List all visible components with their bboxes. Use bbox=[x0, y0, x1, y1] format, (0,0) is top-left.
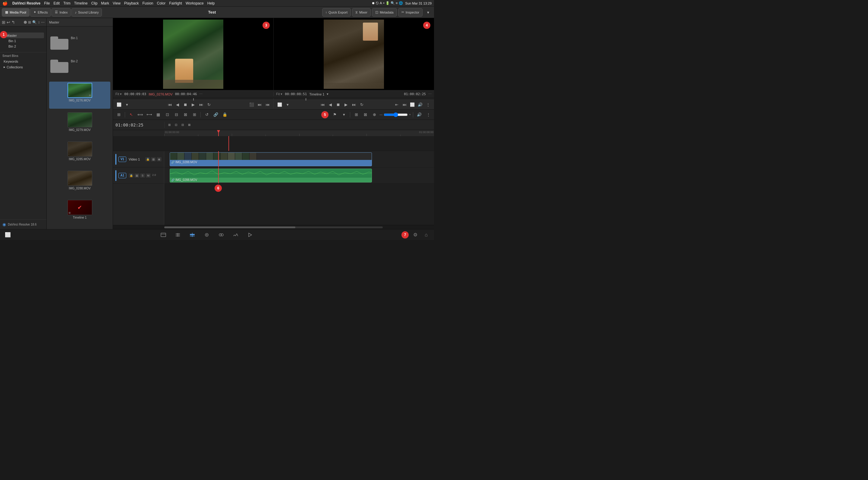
select-tool-btn[interactable]: ↖ bbox=[127, 111, 135, 118]
keywords-item[interactable]: Keywords bbox=[2, 59, 44, 64]
zoom-slider[interactable] bbox=[384, 112, 408, 117]
media-item-0285[interactable]: ♪ IMG_0285.MOV bbox=[49, 140, 110, 167]
menu-edit[interactable]: Edit bbox=[54, 1, 60, 5]
menu-mark[interactable]: Mark bbox=[101, 1, 109, 5]
collections-item[interactable]: ▸ Collections bbox=[2, 64, 44, 70]
menu-file[interactable]: File bbox=[44, 1, 50, 5]
source-stop-btn[interactable]: ⏹ bbox=[182, 101, 189, 108]
panel-layout-icon[interactable]: ⊞ bbox=[2, 20, 5, 25]
marker-dropdown-btn[interactable]: ▾ bbox=[340, 111, 348, 118]
a1-lock-btn[interactable]: 🔒 bbox=[129, 173, 133, 178]
source-play-btn[interactable]: ▶ bbox=[190, 101, 197, 108]
menu-view[interactable]: View bbox=[113, 1, 121, 5]
menu-playback[interactable]: Playback bbox=[124, 1, 139, 5]
blade-tool-btn[interactable]: ▦ bbox=[154, 111, 162, 118]
page-icon-cut[interactable] bbox=[174, 231, 182, 239]
source-loop-btn[interactable]: ↻ bbox=[205, 101, 213, 108]
page-icon-deliver[interactable] bbox=[246, 231, 254, 239]
bin-2-item[interactable]: Bin 2 bbox=[2, 44, 44, 49]
sound-library-btn[interactable]: ♪ Sound Library bbox=[71, 8, 102, 16]
menu-timeline[interactable]: Timeline bbox=[74, 1, 88, 5]
media-item-0288[interactable]: ♪ IMG_0288.MOV bbox=[49, 170, 110, 196]
program-view-mode-btn[interactable]: ⬜ bbox=[276, 101, 283, 108]
ruler-track[interactable]: 01:00:00:00 01:00:08:00 bbox=[164, 130, 434, 136]
menu-workspace[interactable]: Workspace bbox=[186, 1, 204, 5]
app-name[interactable]: DaVinci Resolve bbox=[12, 1, 40, 5]
tl-tool-2[interactable]: ⊡ bbox=[173, 122, 179, 128]
link2-btn[interactable]: ⊠ bbox=[361, 111, 369, 118]
v1-lock-btn[interactable]: 🔒 bbox=[145, 157, 150, 162]
source-view-dropdown-btn[interactable]: ▾ bbox=[123, 101, 130, 108]
page-icon-edit[interactable] bbox=[188, 231, 196, 239]
program-loop-btn[interactable]: ↻ bbox=[358, 101, 365, 108]
flag-btn[interactable]: ⚑ bbox=[331, 111, 339, 118]
page-icon-color[interactable] bbox=[217, 231, 225, 239]
mixer-btn[interactable]: ⧖ Mixer bbox=[352, 8, 371, 16]
layout-btn[interactable]: ⋮ bbox=[424, 111, 432, 118]
program-next-mark-btn[interactable]: ⏭ bbox=[401, 101, 408, 108]
program-more-btn[interactable]: ⋮ bbox=[424, 101, 432, 108]
toolbar-overflow-btn[interactable]: ▾ bbox=[424, 8, 432, 16]
program-go-start-btn[interactable]: ⏮ bbox=[319, 101, 326, 108]
zoom-tool-btn[interactable]: ⊟ bbox=[173, 111, 180, 118]
panel-search-icon[interactable]: 🔍 bbox=[32, 20, 37, 24]
menu-trim[interactable]: Trim bbox=[63, 1, 70, 5]
media-item-timeline1[interactable]: ✔ ▦ Timeline 1 bbox=[49, 199, 110, 226]
panel-grid-icon[interactable]: ⊞ bbox=[28, 20, 31, 24]
media-item-bin2[interactable]: Bin 2 bbox=[49, 59, 110, 79]
a1-m-btn[interactable]: M bbox=[146, 173, 151, 178]
source-more-icon[interactable]: ⋯ bbox=[199, 92, 203, 96]
program-fast-fwd-btn[interactable]: ⏭ bbox=[350, 101, 358, 108]
effects-btn[interactable]: ✦ Effects bbox=[30, 8, 51, 16]
v1-cam-btn[interactable]: ▦ bbox=[151, 157, 156, 162]
crop-tool-btn[interactable]: ⊡ bbox=[163, 111, 171, 118]
media-item-0276[interactable]: ♪ ⊕ IMG_0276.MOV bbox=[49, 81, 110, 108]
source-view-mode-btn[interactable]: ⬜ bbox=[116, 101, 123, 108]
track-select-btn[interactable]: ⊞ bbox=[190, 111, 198, 118]
menu-clip[interactable]: Clip bbox=[91, 1, 98, 5]
undo-btn[interactable]: ↺ bbox=[203, 111, 211, 118]
link-btn[interactable]: 🔗 bbox=[212, 111, 220, 118]
page-icon-media[interactable] bbox=[159, 231, 167, 239]
program-audio-btn[interactable]: 🔊 bbox=[416, 101, 424, 108]
panel-link-icon[interactable]: ↩ bbox=[7, 20, 10, 25]
audio-level-btn[interactable]: 🔊 bbox=[415, 111, 423, 118]
v1-eye-btn[interactable]: ◉ bbox=[157, 157, 161, 162]
page-icon-monitor[interactable]: ⬜ bbox=[4, 231, 12, 239]
index-btn[interactable]: ☰ Index bbox=[52, 8, 71, 16]
program-more-icon[interactable]: ⋯ bbox=[428, 92, 432, 96]
edit-link-btn[interactable]: ⊞ bbox=[115, 111, 123, 118]
program-play-btn[interactable]: ▶ bbox=[342, 101, 350, 108]
source-fast-fwd-btn[interactable]: ⏭ bbox=[197, 101, 205, 108]
program-prev-btn[interactable]: ◀ bbox=[327, 101, 334, 108]
page-icon-fairlight[interactable] bbox=[231, 231, 240, 239]
apple-menu[interactable]: 🍎 bbox=[2, 1, 7, 6]
panel-sort-icon[interactable]: ↕ bbox=[38, 20, 40, 24]
quick-export-btn[interactable]: ↑ Quick Export bbox=[322, 8, 351, 16]
a1-s-btn[interactable]: S bbox=[140, 173, 145, 178]
tl-tool-3[interactable]: ⊟ bbox=[180, 122, 186, 128]
program-full-btn[interactable]: ⬜ bbox=[409, 101, 416, 108]
menu-help[interactable]: Help bbox=[207, 1, 215, 5]
lock-btn[interactable]: 🔒 bbox=[221, 111, 229, 118]
source-next-mark-btn[interactable]: ⏭ bbox=[256, 101, 263, 108]
snap-btn[interactable]: ⊞ bbox=[352, 111, 360, 118]
menu-fairlight[interactable]: Fairlight bbox=[169, 1, 182, 5]
panel-back-icon[interactable]: ↰ bbox=[11, 20, 15, 25]
source-out-btn[interactable]: ⏮ bbox=[264, 101, 271, 108]
scrollbar-track[interactable] bbox=[164, 227, 383, 228]
panel-more-icon[interactable]: ⋯ bbox=[41, 20, 44, 24]
source-prev-btn[interactable]: ◀ bbox=[174, 101, 181, 108]
trim-tool-btn[interactable]: ⟺ bbox=[136, 111, 144, 118]
zoom-in-btn[interactable]: ⊕ bbox=[370, 111, 378, 118]
page-icon-fusion[interactable] bbox=[203, 231, 211, 239]
menu-fusion[interactable]: Fusion bbox=[143, 1, 153, 5]
bin-1-item[interactable]: Bin 1 bbox=[2, 38, 44, 44]
inspector-btn[interactable]: ✂ Inspector bbox=[398, 8, 423, 16]
hand-tool-btn[interactable]: ⊠ bbox=[181, 111, 189, 118]
program-dropdown-icon[interactable]: ▾ bbox=[327, 92, 329, 96]
program-mark-btn[interactable]: ⇤ bbox=[393, 101, 400, 108]
tl-tool-1[interactable]: ⊞ bbox=[166, 122, 173, 128]
program-view-dropdown-btn[interactable]: ▾ bbox=[284, 101, 291, 108]
slip-tool-btn[interactable]: ⟷ bbox=[145, 111, 153, 118]
